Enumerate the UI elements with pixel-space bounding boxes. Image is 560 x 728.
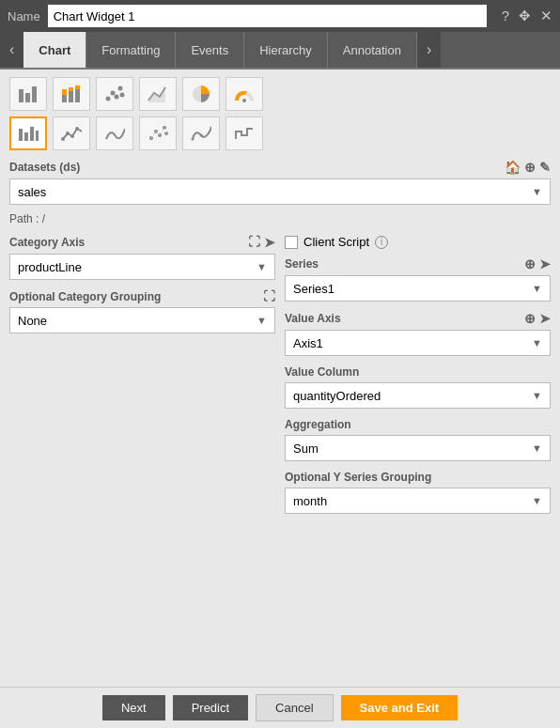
tab-next-arrow[interactable]: › (417, 32, 441, 68)
widget-name-input[interactable] (48, 5, 487, 27)
chart-icon-pie[interactable] (182, 77, 220, 111)
category-axis-dropdown-arrow: ▼ (257, 261, 267, 272)
move-icon[interactable]: ✥ (519, 8, 531, 24)
datasets-group: Datasets (ds) 🏠 ⊕ ✎ sales ▼ Path : / (9, 160, 551, 225)
svg-point-10 (111, 91, 116, 96)
svg-rect-20 (36, 131, 39, 141)
predict-button[interactable]: Predict (173, 695, 248, 720)
tab-annotation[interactable]: Annotation (328, 32, 417, 68)
svg-marker-14 (148, 87, 165, 102)
category-axis-dropdown[interactable]: productLine ▼ (9, 254, 275, 280)
sub-icon-line1[interactable] (53, 116, 90, 150)
value-axis-group: Value Axis ⊕ ➤ Axis1 ▼ (285, 311, 551, 356)
series-add-icon[interactable]: ⊕ (524, 256, 536, 271)
sub-icon-curve[interactable] (182, 116, 220, 150)
cancel-button[interactable]: Cancel (256, 694, 333, 721)
optional-category-grouping-label: Optional Category Grouping ⛶ (9, 289, 275, 303)
category-axis-arrow-icon[interactable]: ➤ (264, 235, 275, 250)
save-and-exit-button[interactable]: Save and Exit (341, 695, 459, 720)
series-label: Series ⊕ ➤ (285, 256, 551, 271)
optional-y-series-grouping-group: Optional Y Series Grouping month ▼ (285, 471, 551, 514)
value-column-dropdown[interactable]: quantityOrdered ▼ (285, 382, 551, 409)
svg-point-24 (75, 127, 79, 131)
datasets-label: Datasets (ds) 🏠 ⊕ ✎ (9, 160, 551, 175)
series-dropdown-arrow: ▼ (532, 283, 542, 294)
right-col: Client Script i Series ⊕ ➤ Series1 ▼ (285, 235, 551, 523)
chart-icon-scatter[interactable] (96, 77, 133, 111)
svg-rect-18 (24, 132, 28, 141)
chart-icon-gauge[interactable] (226, 77, 263, 111)
value-axis-label: Value Axis ⊕ ➤ (285, 311, 551, 326)
help-icon[interactable]: ? (502, 8, 509, 24)
category-axis-label: Category Axis ⛶ ➤ (9, 235, 275, 250)
bottom-bar: Next Predict Cancel Save and Exit (0, 687, 560, 728)
datasets-add-icon[interactable]: ⊕ (524, 160, 536, 175)
datasets-dropdown-arrow: ▼ (532, 186, 542, 197)
aggregation-dropdown-arrow: ▼ (532, 442, 542, 454)
series-dropdown[interactable]: Series1 ▼ (285, 275, 551, 302)
svg-rect-8 (75, 85, 80, 89)
value-axis-dropdown-arrow: ▼ (532, 337, 542, 349)
value-column-group: Value Column quantityOrdered ▼ (285, 365, 551, 409)
datasets-home-icon[interactable]: 🏠 (505, 160, 521, 175)
value-axis-add-icon[interactable]: ⊕ (524, 311, 536, 326)
value-axis-dropdown[interactable]: Axis1 ▼ (285, 330, 551, 356)
aggregation-dropdown[interactable]: Sum ▼ (285, 435, 551, 461)
client-script-info-icon[interactable]: i (375, 236, 388, 249)
sub-icon-bar1[interactable] (9, 116, 47, 150)
svg-rect-4 (62, 89, 67, 95)
optional-category-grouping-dropdown[interactable]: None ▼ (9, 307, 275, 333)
category-axis-group: Category Axis ⛶ ➤ productLine ▼ (9, 235, 275, 280)
two-col-section: Category Axis ⛶ ➤ productLine ▼ Optional… (9, 235, 551, 523)
svg-point-23 (70, 134, 74, 138)
sub-icon-spline[interactable] (96, 116, 133, 150)
tab-prev-arrow[interactable]: ‹ (0, 32, 23, 68)
tab-chart[interactable]: Chart (23, 32, 86, 68)
value-column-label: Value Column (285, 365, 551, 379)
value-column-dropdown-arrow: ▼ (532, 390, 542, 401)
optional-y-series-dropdown-arrow: ▼ (532, 495, 542, 506)
close-icon[interactable]: ✕ (540, 8, 552, 24)
svg-rect-3 (62, 95, 67, 102)
optional-y-series-dropdown[interactable]: month ▼ (285, 488, 551, 514)
svg-rect-6 (69, 87, 73, 91)
datasets-dropdown[interactable]: sales ▼ (9, 178, 551, 205)
category-axis-group-icon[interactable]: ⛶ (248, 235, 260, 250)
path-label: Path : / (9, 212, 551, 225)
next-button[interactable]: Next (102, 695, 165, 720)
series-arrow-icon[interactable]: ➤ (539, 256, 551, 271)
svg-rect-5 (69, 91, 73, 102)
chart-icon-area[interactable] (139, 77, 177, 111)
svg-rect-19 (30, 127, 34, 141)
chart-type-icons-row (9, 77, 551, 111)
svg-point-13 (120, 93, 125, 98)
tab-formatting[interactable]: Formatting (86, 32, 176, 68)
svg-point-31 (200, 134, 203, 137)
title-bar-icons: ? ✥ ✕ (502, 8, 552, 24)
tab-bar: ‹ Chart Formatting Events Hierarchy Anno… (0, 32, 560, 70)
sub-icon-scatter2[interactable] (139, 116, 177, 150)
sub-icon-step[interactable] (226, 116, 263, 150)
tab-events[interactable]: Events (176, 32, 244, 68)
chart-icon-bar[interactable] (9, 77, 47, 111)
svg-rect-1 (25, 93, 30, 102)
optional-category-grouping-group: Optional Category Grouping ⛶ None ▼ (9, 289, 275, 333)
client-script-row: Client Script i (285, 235, 551, 249)
value-axis-arrow-icon[interactable]: ➤ (539, 311, 551, 326)
chart-icon-stacked-bar[interactable] (53, 77, 90, 111)
svg-point-16 (242, 99, 246, 102)
optional-cat-dropdown-arrow: ▼ (257, 315, 267, 326)
optional-y-series-label: Optional Y Series Grouping (285, 471, 551, 484)
title-bar: Name ? ✥ ✕ (0, 0, 560, 32)
svg-rect-2 (32, 86, 37, 102)
datasets-edit-icon[interactable]: ✎ (539, 160, 551, 175)
tab-hierarchy[interactable]: Hierarchy (244, 32, 328, 68)
aggregation-group: Aggregation Sum ▼ (285, 418, 551, 461)
svg-point-21 (61, 137, 65, 141)
client-script-checkbox[interactable] (285, 236, 298, 249)
svg-rect-7 (75, 89, 80, 102)
optional-cat-group-icon[interactable]: ⛶ (263, 289, 275, 303)
svg-point-11 (115, 95, 119, 100)
svg-point-30 (192, 138, 194, 141)
sub-chart-icons-row (9, 116, 551, 150)
